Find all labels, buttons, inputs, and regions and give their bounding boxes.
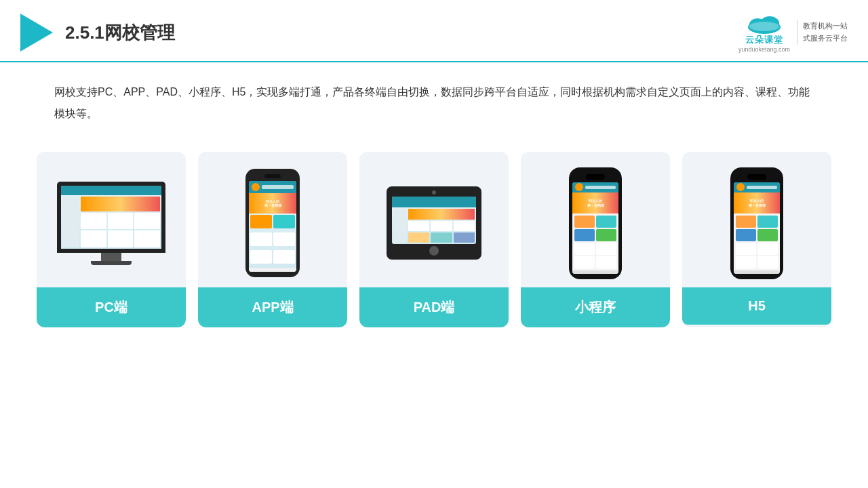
card-miniprogram-image: 职达人的第一堂网课 — [521, 152, 670, 287]
header-right: 云朵课堂 yunduoketang.com 教育机构一站式服务云平台 — [738, 12, 848, 53]
card-pad-image — [359, 152, 509, 287]
cloud-icon — [744, 12, 785, 34]
miniprogram-phone-icon: 职达人的第一堂网课 — [569, 167, 622, 279]
card-app-label: APP端 — [198, 287, 347, 327]
header: 2.5.1网校管理 云朵课堂 yunduoketang.com 教育机构一站式服… — [0, 0, 868, 62]
pad-tablet-icon — [387, 186, 481, 260]
card-h5-image: 职达人的第一堂网课 — [682, 152, 831, 287]
card-pc-image — [37, 152, 186, 287]
brand-url: yunduoketang.com — [738, 46, 790, 53]
brand-logo: 云朵课堂 yunduoketang.com — [738, 12, 790, 53]
card-h5-label: H5 — [682, 287, 831, 325]
pc-monitor-icon — [57, 182, 165, 265]
brand-slogan: 教育机构一站式服务云平台 — [797, 20, 848, 44]
card-miniprogram-label: 小程序 — [521, 287, 670, 327]
card-miniprogram: 职达人的第一堂网课 — [521, 152, 670, 327]
card-app-image: 职达人的第一堂网课 — [198, 152, 347, 287]
cards-container: PC端 职达人的第一堂网课 — [0, 138, 868, 327]
app-phone-icon: 职达人的第一堂网课 — [245, 169, 300, 277]
card-pc: PC端 — [37, 152, 186, 327]
card-pad-label: PAD端 — [359, 287, 509, 327]
logo-triangle-icon — [20, 14, 53, 52]
card-pad: PAD端 — [359, 152, 509, 327]
description-text: 网校支持PC、APP、PAD、小程序、H5，实现多端打通，产品各终端自由切换，数… — [0, 62, 868, 131]
page-title: 2.5.1网校管理 — [65, 21, 175, 45]
card-pc-label: PC端 — [37, 287, 186, 327]
card-app: 职达人的第一堂网课 APP端 — [198, 152, 347, 327]
h5-phone-icon: 职达人的第一堂网课 — [730, 167, 783, 279]
card-h5: 职达人的第一堂网课 — [682, 152, 831, 327]
svg-point-4 — [749, 22, 779, 31]
brand-name: 云朵课堂 — [745, 34, 783, 46]
header-left: 2.5.1网校管理 — [20, 14, 175, 52]
